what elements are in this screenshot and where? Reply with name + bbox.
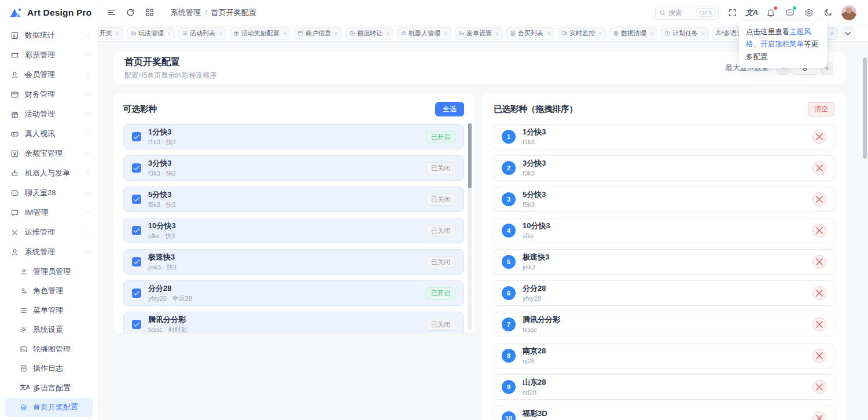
refresh-button[interactable] [126,8,135,17]
tab-close-icon[interactable] [598,31,602,36]
tab[interactable]: 实时监控 [558,27,606,40]
sidebar-subitem[interactable]: 角色管理 [0,282,98,301]
selected-lottery-row[interactable]: 4 10分快3 sfks [494,218,834,243]
selected-lottery-row[interactable]: 5 极速快3 jisk3 [494,249,834,275]
remove-button[interactable] [812,130,826,144]
tab-close-icon[interactable] [546,31,551,36]
sidebar-subitem[interactable]: 文A 多语言配置 [0,378,98,398]
sidebar-subitem[interactable]: 操作日志 [0,359,98,379]
remove-button[interactable] [812,224,826,238]
sidebar-subitem[interactable]: 系统设置 [0,320,98,340]
breadcrumb-parent[interactable]: 系统管理 [171,8,201,18]
tab-close-icon[interactable] [385,31,390,36]
tab[interactable]: 活动奖励配置 [230,27,290,40]
selected-lottery-row[interactable]: 3 5分快3 f5k3 [494,187,834,212]
sidebar-subitem[interactable]: 管理员管理 [0,262,98,282]
sidebar-item[interactable]: IM管理 [0,203,98,222]
lottery-option-row[interactable]: 5分快3 f5k3 · 快3 已关闭 [123,187,464,212]
tab-close-icon[interactable] [282,31,287,36]
tab[interactable]: 合买列表 [506,27,554,40]
remove-button[interactable] [812,255,826,269]
tab-close-icon[interactable] [334,31,339,36]
lottery-option-row[interactable]: 分分28 yfxy28 · 幸运28 已开启 [123,280,464,306]
available-list-scrollbar[interactable] [468,123,472,330]
sidebar-subitem[interactable]: 首页开奖配置 [5,398,93,418]
selected-lottery-row[interactable]: 6 分分28 yfxy28 [494,280,834,306]
page-scrollbar[interactable] [863,57,867,159]
tab[interactable]: 开奖 [98,27,123,40]
remove-button[interactable] [812,192,826,206]
messages-button[interactable] [785,8,795,18]
sidebar-item[interactable]: 运维管理 [0,222,98,242]
select-all-button[interactable]: 全选 [435,102,464,116]
lottery-option-row[interactable]: 极速快3 jisk3 · 快3 已关闭 [123,249,464,275]
user-avatar[interactable] [841,5,856,20]
selected-lottery-row[interactable]: 10 福彩3D fc3d [494,406,834,420]
tab-close-icon[interactable] [167,31,171,36]
checkbox-checked[interactable] [132,226,141,235]
notifications-button[interactable] [766,8,776,18]
apps-grid-button[interactable] [145,8,155,17]
search-input[interactable] [668,9,690,17]
remove-button[interactable] [812,317,826,331]
sidebar-item[interactable]: 数据统计 [0,25,98,45]
tab-close-icon[interactable] [443,31,448,36]
search-box[interactable]: Ctrl k [655,6,719,20]
checkbox-checked[interactable] [132,163,141,173]
settings-button[interactable] [804,8,814,18]
sidebar-subitem[interactable]: 菜单管理 [0,301,98,320]
tab[interactable]: 计划任务 [661,27,709,40]
lottery-option-row[interactable]: 3分快3 f3k3 · 快3 已关闭 [123,155,464,181]
clear-button[interactable]: 清空 [808,102,834,116]
sidebar-item[interactable]: 机器人与发单 [0,163,98,183]
tab[interactable]: 额度转让 [345,27,393,40]
selected-lottery-row[interactable]: 9 山东28 sd28 [494,374,834,400]
checkbox-checked[interactable] [132,195,141,204]
tab[interactable]: 数据清理 [609,27,657,40]
selected-lottery-row[interactable]: 8 南京28 nj28 [494,343,834,368]
checkbox-checked[interactable] [132,257,141,266]
tab[interactable]: 玩法管理 [127,27,175,40]
remove-button[interactable] [812,411,826,420]
tab-close-icon[interactable] [701,31,705,36]
remove-button[interactable] [812,161,826,175]
checkbox-checked[interactable] [132,132,141,141]
tab-close-icon[interactable] [649,31,654,36]
sidebar-item[interactable]: 余额宝管理 [0,144,98,163]
tab[interactable]: 商户信息 [294,27,342,40]
sidebar-item[interactable]: 聊天室28 [0,183,98,203]
sidebar-item[interactable]: 彩票管理 [0,45,98,65]
tab[interactable]: 机器人管理 [397,27,451,40]
checkbox-checked[interactable] [132,320,141,329]
language-button[interactable]: 文A [746,8,757,18]
dark-mode-button[interactable] [823,8,833,18]
tab[interactable]: 活动列表 [178,27,226,40]
sidebar-collapse-button[interactable] [106,8,116,17]
tab-close-icon[interactable] [495,31,499,36]
sidebar-subitem[interactable]: 轮播图管理 [0,339,98,359]
tab-close-icon[interactable] [218,31,223,36]
tab-close-icon[interactable] [830,31,834,36]
lottery-option-row[interactable]: 1分快3 f1k3 · 快3 已开启 [123,124,464,149]
selected-lottery-row[interactable]: 7 腾讯分分彩 txssc [494,312,834,337]
remove-button[interactable] [812,286,826,300]
lottery-option-row[interactable]: 腾讯分分彩 txssc · 时时彩 已关闭 [123,312,464,333]
sidebar-item[interactable]: 会员管理 [0,65,98,85]
app-logo[interactable]: Art Design Pro [0,0,98,25]
sidebar-item[interactable]: 系统管理 [0,242,98,262]
sidebar-item[interactable]: 真人视讯 [0,124,98,144]
scrollbar-thumb[interactable] [468,123,472,188]
fullscreen-button[interactable] [727,8,738,18]
selected-lottery-row[interactable]: 1 1分快3 f1k3 [494,124,834,149]
sidebar-item[interactable]: 财务管理 [0,85,98,104]
remove-button[interactable] [812,349,826,363]
tab-close-icon[interactable] [115,31,120,36]
remove-button[interactable] [812,380,826,394]
tab[interactable]: 发单设置 [455,27,503,40]
sidebar-item[interactable]: 活动管理 [0,104,98,124]
selected-lottery-row[interactable]: 2 3分快3 f3k3 [494,155,834,181]
tabs-collapse-button[interactable] [841,27,855,40]
lottery-option-row[interactable]: 10分快3 sfks · 快3 已关闭 [123,218,464,243]
topbar-menu-link[interactable]: 开启顶栏菜单 [760,40,804,48]
checkbox-checked[interactable] [132,288,141,298]
